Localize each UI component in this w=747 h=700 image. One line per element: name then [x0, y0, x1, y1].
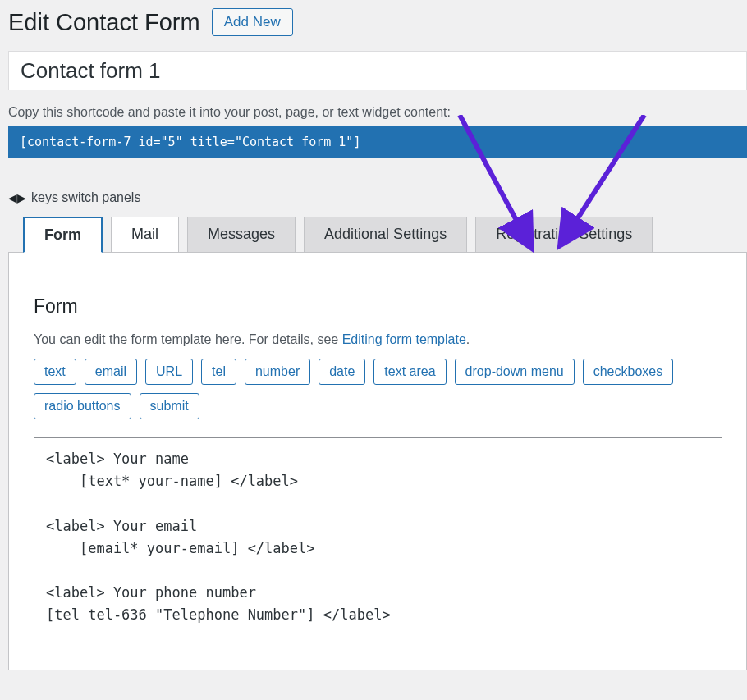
page-header: Edit Contact Form Add New	[8, 8, 747, 36]
keys-switch-hint: ◀▶ keys switch panels	[8, 190, 747, 205]
tag-btn-text-area[interactable]: text area	[374, 359, 446, 385]
form-template-textarea[interactable]	[34, 437, 722, 643]
add-new-button[interactable]: Add New	[212, 8, 293, 36]
tag-btn-email[interactable]: email	[85, 359, 137, 385]
tag-btn-checkboxes[interactable]: checkboxes	[583, 359, 674, 385]
form-title-input[interactable]	[8, 51, 747, 90]
form-panel: Form You can edit the form template here…	[8, 252, 747, 670]
shortcode-box[interactable]: [contact-form-7 id="5" title="Contact fo…	[8, 126, 747, 158]
tab-additional[interactable]: Additional Settings	[304, 217, 467, 253]
tag-btn-radio-buttons[interactable]: radio buttons	[34, 393, 131, 419]
tag-btn-drop-down-menu[interactable]: drop-down menu	[455, 359, 575, 385]
panel-desc-prefix: You can edit the form template here. For…	[34, 332, 342, 346]
tab-bar: Form Mail Messages Additional Settings R…	[8, 217, 747, 253]
tag-btn-tel[interactable]: tel	[201, 359, 236, 385]
page-title: Edit Contact Form	[8, 9, 200, 36]
tab-mail[interactable]: Mail	[111, 217, 179, 253]
shortcode-help-text: Copy this shortcode and paste it into yo…	[8, 105, 747, 120]
keys-hint-text: keys switch panels	[31, 190, 140, 205]
editing-template-link[interactable]: Editing form template	[342, 332, 466, 346]
tag-btn-number[interactable]: number	[245, 359, 310, 385]
panel-heading: Form	[34, 295, 722, 318]
tab-messages[interactable]: Messages	[187, 217, 296, 253]
tag-btn-date[interactable]: date	[319, 359, 365, 385]
tab-registration[interactable]: Registration Settings	[475, 217, 653, 253]
panel-desc-suffix: .	[466, 332, 470, 346]
tab-form[interactable]: Form	[23, 217, 103, 253]
tag-generator-row: textemailURLtelnumberdatetext areadrop-d…	[34, 359, 722, 419]
tag-btn-text[interactable]: text	[34, 359, 76, 385]
tag-btn-submit[interactable]: submit	[140, 393, 199, 419]
tag-btn-URL[interactable]: URL	[145, 359, 193, 385]
left-right-arrow-icon: ◀▶	[8, 191, 26, 204]
panel-description: You can edit the form template here. For…	[34, 332, 722, 347]
